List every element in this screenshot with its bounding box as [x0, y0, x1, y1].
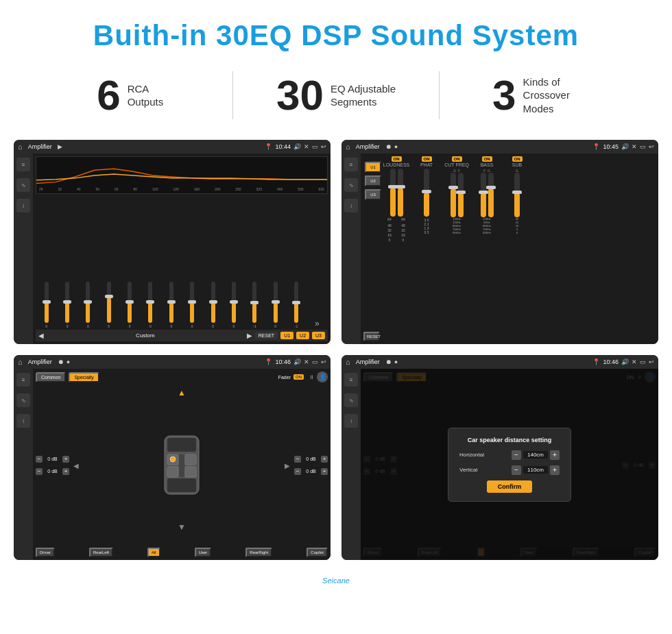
amp-reset-btn[interactable]: RESET — [363, 332, 380, 341]
back-icon-1[interactable]: ↩ — [321, 143, 326, 150]
eq-custom-label: Custom — [47, 332, 244, 339]
amp-sub-channel: ON SUB G 20 15 10 — [503, 156, 531, 234]
db-minus-tr[interactable]: − — [294, 456, 301, 463]
eq-slider-9[interactable]: 0 — [204, 282, 222, 328]
sidebar-eq-icon-2[interactable]: ≡ — [344, 158, 358, 171]
rect-icon-1[interactable]: ▭ — [312, 143, 318, 150]
eq-slider-1[interactable]: 0 — [37, 282, 56, 328]
eq-next-btn[interactable]: ▶ — [247, 332, 252, 339]
confirm-button[interactable]: Confirm — [487, 480, 533, 493]
vol-icon-1[interactable]: 🔊 — [293, 143, 301, 150]
rearright-btn[interactable]: RearRight — [245, 548, 272, 557]
db-plus-bl[interactable]: + — [62, 468, 69, 475]
x-icon-2[interactable]: ✕ — [632, 143, 637, 150]
bass-slider-2[interactable] — [488, 173, 494, 217]
all-btn[interactable]: All — [147, 548, 160, 557]
db-minus-bl[interactable]: − — [36, 468, 43, 475]
eq-slider-6[interactable]: 0 — [141, 282, 160, 328]
eq-slider-11[interactable]: -1 — [245, 282, 264, 328]
sidebar-arrows-icon-4[interactable]: ↕ — [344, 414, 358, 428]
sidebar-arrows-icon-2[interactable]: ↕ — [344, 199, 358, 212]
phat-slider[interactable] — [424, 169, 429, 217]
sidebar-wave-icon-4[interactable]: ∿ — [344, 393, 358, 407]
horizontal-plus-btn[interactable]: + — [550, 450, 560, 460]
left-sidebar-3: ≡ ∿ ↕ — [14, 369, 33, 559]
stat-eq-label: EQ AdjustableSegments — [331, 82, 396, 109]
u3-preset-btn[interactable]: U3 — [365, 189, 381, 200]
eq-u3-btn[interactable]: U3 — [312, 332, 325, 339]
eq-slider-10[interactable]: 0 — [224, 282, 243, 328]
sidebar-eq-icon-4[interactable]: ≡ — [344, 373, 358, 387]
cutfreq-slider-1[interactable] — [451, 173, 456, 217]
u1-preset-btn[interactable]: U1 — [365, 162, 381, 173]
rearleft-btn[interactable]: RearLeft — [89, 548, 113, 557]
eq-u1-btn[interactable]: U1 — [280, 332, 293, 339]
specialty-tab-3[interactable]: Specialty — [69, 372, 99, 382]
db-minus-br[interactable]: − — [294, 468, 301, 475]
sub-slider-1[interactable] — [514, 173, 520, 217]
horizontal-minus-btn[interactable]: − — [512, 450, 521, 460]
sidebar-eq-icon[interactable]: ≡ — [16, 158, 30, 171]
svg-rect-7 — [179, 454, 184, 477]
sidebar-wave-icon[interactable]: ∿ — [16, 178, 30, 192]
home-icon-2[interactable]: ⌂ — [346, 143, 350, 151]
driver-btn[interactable]: Driver — [36, 548, 55, 557]
sidebar-wave-icon-2[interactable]: ∿ — [344, 178, 358, 192]
x-icon-3[interactable]: ✕ — [304, 358, 309, 365]
vertical-minus-btn[interactable]: − — [512, 465, 521, 475]
vol-icon-3[interactable]: 🔊 — [293, 358, 301, 365]
home-icon-1[interactable]: ⌂ — [18, 143, 23, 151]
db-plus-tl[interactable]: + — [62, 456, 69, 463]
cutfreq-on-badge: ON — [452, 156, 462, 162]
rect-icon-4[interactable]: ▭ — [640, 358, 646, 365]
back-icon-3[interactable]: ↩ — [321, 358, 326, 365]
eq-expand[interactable]: » — [308, 319, 326, 328]
eq-slider-3[interactable]: 0 — [79, 282, 97, 328]
eq-reset-btn[interactable]: RESET — [255, 332, 278, 339]
screen4-time: 10:46 — [603, 358, 619, 365]
x-icon-1[interactable]: ✕ — [304, 143, 309, 150]
eq-slider-2[interactable]: 0 — [58, 282, 76, 328]
screen-amp: ⌂ Amplifier ⏺ ● 📍 10:45 🔊 ✕ ▭ ↩ ≡ ∿ ↕ — [341, 140, 658, 344]
vertical-plus-btn[interactable]: + — [550, 465, 560, 475]
x-icon-4[interactable]: ✕ — [632, 358, 637, 365]
vol-icon-4[interactable]: 🔊 — [621, 358, 629, 365]
sidebar-arrows-icon-3[interactable]: ↕ — [16, 414, 30, 428]
back-icon-4[interactable]: ↩ — [649, 358, 654, 365]
db-plus-tr[interactable]: + — [321, 456, 328, 463]
eq-slider-7[interactable]: 0 — [162, 282, 180, 328]
sidebar-arrows-icon[interactable]: ↕ — [16, 199, 30, 212]
rec-icon-2: ⏺ — [385, 143, 392, 150]
cutfreq-slider-2[interactable] — [458, 173, 464, 217]
stat-rca: 6 RCAOutputs — [27, 74, 232, 117]
db-plus-br[interactable]: + — [321, 468, 328, 475]
sidebar-eq-icon-3[interactable]: ≡ — [16, 373, 30, 387]
eq-slider-13[interactable]: -1 — [287, 282, 305, 328]
sidebar-wave-icon-3[interactable]: ∿ — [16, 393, 30, 407]
db-minus-tl[interactable]: − — [36, 456, 43, 463]
stat-eq-number: 30 — [276, 74, 324, 117]
eq-slider-12[interactable]: 0 — [266, 282, 285, 328]
screen3-title: Amplifier — [28, 358, 52, 365]
copilot-btn[interactable]: Copilot — [307, 548, 328, 557]
home-icon-4[interactable]: ⌂ — [346, 358, 350, 366]
rect-icon-3[interactable]: ▭ — [312, 358, 318, 365]
loudness-slider-1[interactable] — [390, 169, 396, 217]
common-tab-3[interactable]: Common — [36, 372, 66, 382]
eq-slider-8[interactable]: 0 — [183, 282, 202, 328]
eq-u2-btn[interactable]: U2 — [296, 332, 309, 339]
stat-crossover: 3 Kinds ofCrossover Modes — [440, 74, 645, 117]
loudness-slider-2[interactable] — [398, 169, 403, 217]
eq-prev-btn[interactable]: ◀ — [38, 332, 44, 339]
eq-slider-4[interactable]: 5 — [99, 282, 118, 328]
amp-phat-channel: ON PHAT 3.0 — [413, 156, 440, 234]
user-btn[interactable]: User — [195, 548, 212, 557]
home-icon-3[interactable]: ⌂ — [18, 358, 23, 366]
bass-slider-1[interactable] — [481, 173, 486, 217]
eq-slider-5[interactable]: 0 — [120, 282, 139, 328]
vol-icon-2[interactable]: 🔊 — [621, 143, 629, 150]
u2-preset-btn[interactable]: U2 — [365, 175, 381, 186]
rect-icon-2[interactable]: ▭ — [640, 143, 646, 150]
user-profile-btn[interactable]: 👤 — [317, 371, 328, 382]
back-icon-2[interactable]: ↩ — [649, 143, 654, 150]
